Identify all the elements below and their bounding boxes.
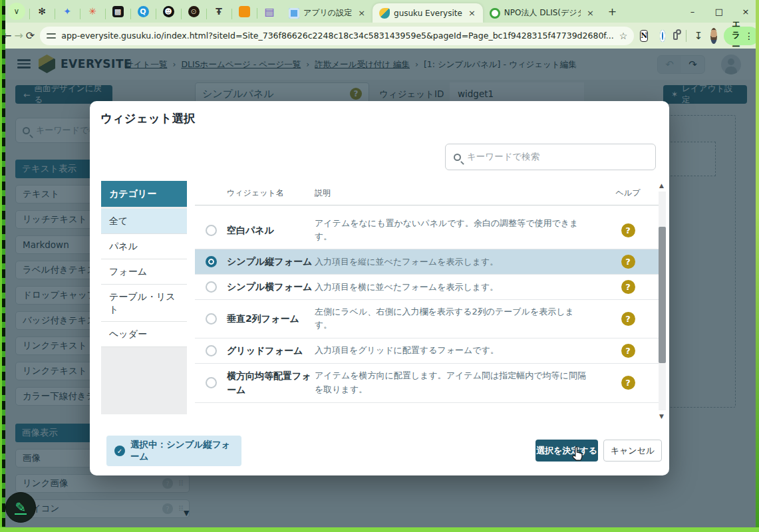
tab-app-settings[interactable]: アプリの設定 ×	[282, 3, 373, 23]
pinned-tab[interactable]: Q	[130, 6, 156, 17]
pinned-tab[interactable]: ▩	[105, 6, 130, 17]
widget-row[interactable]: シンプル横フォーム 入力項目を横に並べたフォームを表示します。 ?	[195, 275, 659, 300]
widget-row[interactable]: シンプル縦フォーム 入力項目を縦に並べたフォームを表示します。 ?	[195, 249, 659, 275]
pinned-tab-icon	[239, 6, 250, 17]
radio-button[interactable]	[206, 313, 217, 325]
pinned-tab[interactable]: ✦	[55, 6, 80, 17]
widget-name: 空白パネル	[227, 223, 315, 237]
pinned-tab[interactable]: Ŧ	[206, 6, 231, 17]
close-window-button[interactable]: ×	[732, 2, 759, 21]
forward-nav-icon[interactable]: →	[14, 27, 23, 45]
maximize-button[interactable]: □	[706, 2, 732, 21]
pinned-tab-icon: Q	[138, 6, 149, 17]
pinned-tab[interactable]: ✳	[80, 6, 105, 17]
category-item[interactable]: フォーム	[101, 259, 187, 285]
help-icon[interactable]: ?	[621, 255, 635, 269]
site-info-icon[interactable]	[47, 33, 56, 39]
onepassword-extension-icon[interactable]	[660, 30, 665, 42]
help-icon[interactable]: ?	[621, 312, 635, 326]
help-icon[interactable]: ?	[621, 376, 635, 390]
mouse-cursor	[570, 446, 585, 462]
browser-toolbar: ← → ⟳ app-everysite.gusuku.io/index.html…	[0, 23, 759, 49]
pinned-tab-icon: ▤	[264, 5, 274, 18]
column-header-help: ヘルプ	[607, 188, 649, 199]
pinned-tab[interactable]: ✻	[29, 6, 55, 17]
downloads-icon[interactable]: ↧	[694, 30, 703, 42]
help-icon[interactable]: ?	[621, 280, 635, 294]
modal-title: ウィジェット選択	[100, 110, 195, 126]
modal-search-input[interactable]: キーワードで検索	[445, 144, 656, 170]
screenshare-frame-left	[0, 0, 5, 532]
minimize-button[interactable]: –	[679, 2, 706, 21]
screenshare-frame-bottom	[0, 527, 759, 532]
pinned-tab-icon: ✦	[63, 6, 71, 17]
url-text[interactable]: app-everysite.gusuku.io/index.html?siteI…	[61, 31, 614, 41]
widget-row[interactable]: 横方向均等配置フォーム アイテムを横方向に配置します。アイテム間は指定幅内で均等…	[195, 364, 659, 403]
browser-profile-avatar[interactable]	[710, 28, 717, 44]
new-tab-button[interactable]: +	[608, 5, 617, 18]
confirm-selection-button[interactable]: 選択を決定する	[535, 440, 598, 462]
gusuku-tab-icon	[379, 8, 390, 19]
pinned-tab[interactable]: ⊙	[181, 6, 206, 17]
radio-button[interactable]	[206, 345, 217, 356]
radio-button[interactable]	[206, 377, 217, 388]
radio-button[interactable]	[206, 225, 217, 236]
tab-gusuku-everysite[interactable]: gusuku Everysite ×	[373, 3, 483, 23]
widget-description: 入力項目を横に並べたフォームを表示します。	[315, 281, 607, 294]
pinned-tab[interactable]	[231, 6, 257, 17]
close-tab-icon[interactable]: ×	[585, 8, 596, 18]
address-bar[interactable]: app-everysite.gusuku.io/index.html?siteI…	[40, 27, 634, 45]
scroll-down-icon[interactable]: ▼	[659, 413, 664, 420]
selection-status-text: 選択中：シンプル縦フォーム	[130, 439, 233, 463]
help-icon[interactable]: ?	[621, 223, 635, 237]
notion-extension-icon[interactable]: N	[640, 30, 648, 42]
table-scrollbar[interactable]: ▲ ▼	[659, 182, 666, 420]
extensions-puzzle-icon[interactable]	[673, 32, 678, 40]
close-tab-icon[interactable]: ×	[356, 8, 367, 18]
close-tab-icon[interactable]: ×	[466, 8, 478, 18]
widget-name: シンプル横フォーム	[227, 280, 315, 294]
radio-button[interactable]	[206, 281, 217, 293]
screenshare-frame-right	[756, 0, 759, 532]
widget-row[interactable]: グリッドフォーム 入力項目をグリッドに配置するフォームです。 ?	[195, 338, 659, 364]
widget-rows: 空白パネル アイテムをなにも置かないパネルです。余白の調整等で使用できます。 ?…	[195, 205, 659, 421]
widget-row[interactable]: 垂直2列フォーム 左側にラベル、右側に入力欄を表示する2列のテーブルを表示します…	[195, 300, 659, 338]
category-list: 全て パネル フォーム テーブル・リスト ヘッダー	[101, 209, 187, 347]
bookmark-star-icon[interactable]: ☆	[619, 31, 628, 41]
tab-label: アプリの設定	[303, 7, 352, 19]
pinned-tab-icon: ☻	[163, 6, 174, 17]
menu-dots-icon[interactable]: ⋮	[744, 31, 754, 41]
widget-description: 入力項目をグリッドに配置するフォームです。	[315, 344, 607, 357]
pinned-tab[interactable]: ☻	[156, 6, 181, 17]
modal-search-placeholder: キーワードで検索	[467, 151, 539, 163]
pinned-tab-icon: ✻	[38, 6, 46, 17]
category-item[interactable]: 全て	[101, 209, 187, 234]
radio-button[interactable]	[206, 256, 217, 267]
pinned-tab-icon: Ŧ	[216, 6, 222, 17]
widget-description: 左側にラベル、右側に入力欄を表示する2列のテーブルを表示します。	[315, 305, 607, 332]
widget-row[interactable]: 空白パネル アイテムをなにも置かないパネルです。余白の調整等で使用できます。 ?	[195, 211, 659, 249]
category-item[interactable]: テーブル・リスト	[101, 285, 187, 323]
window-controls: – □ ×	[679, 2, 759, 21]
widget-name: 垂直2列フォーム	[227, 312, 315, 326]
browser-tab-bar: ∨ ✻ ✦ ✳ ▩ Q ☻ ⊙ Ŧ ▤ アプリの設定 × gusuku Ever…	[0, 0, 759, 23]
tab-search-chevron-icon[interactable]: ∨	[8, 3, 25, 20]
category-item[interactable]: ヘッダー	[101, 322, 187, 347]
pinned-tabs: ✻ ✦ ✳ ▩ Q ☻ ⊙ Ŧ ▤	[29, 5, 282, 18]
pinned-tab-icon: ▩	[112, 6, 124, 17]
category-item[interactable]: パネル	[101, 234, 187, 259]
column-header-desc: 説明	[315, 188, 607, 199]
npo-tab-icon	[490, 8, 500, 19]
profile-error-button[interactable]: エラー ⋮	[724, 27, 759, 45]
error-label: エラー	[732, 19, 740, 53]
pinned-tab[interactable]: ▤	[257, 5, 282, 18]
reload-icon[interactable]: ⟳	[26, 27, 35, 45]
scroll-up-icon[interactable]: ▲	[659, 182, 664, 189]
help-icon[interactable]: ?	[621, 344, 635, 358]
tab-npo-dlis[interactable]: NPO法人 DLIS(デジタルリ ×	[483, 3, 601, 23]
edit-pencil-fab[interactable]: ✎	[5, 492, 36, 523]
cancel-button[interactable]: キャンセル	[603, 440, 662, 462]
category-header: カテゴリー	[101, 181, 187, 207]
scrollbar-thumb[interactable]	[659, 227, 666, 363]
search-icon	[454, 154, 461, 161]
